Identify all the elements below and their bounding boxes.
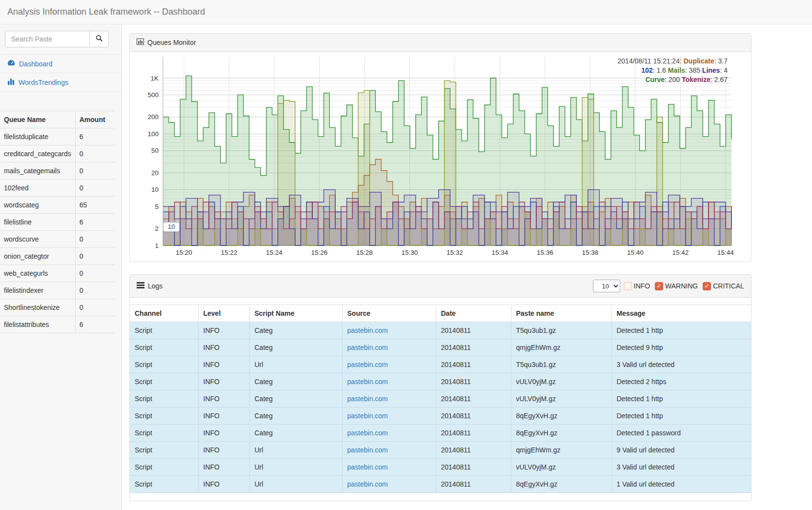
queue-row: Shortlinestokenize0 xyxy=(0,299,115,316)
logs-panel: Logs 10 ✓INFO✓WARNING✓CRITICAL ChannelLe… xyxy=(129,274,751,501)
sidebar-item-dashboard[interactable]: Dashboard xyxy=(0,55,122,73)
log-cell: qmjgEhWm.gz xyxy=(511,442,611,459)
log-cell: Script xyxy=(130,356,198,373)
log-cell: 3 Valid url detected xyxy=(611,459,751,476)
log-cell: Categ xyxy=(249,390,342,408)
log-cell: INFO xyxy=(198,459,249,476)
log-cell: INFO xyxy=(198,339,249,356)
queue-cell: filelistattributes xyxy=(0,316,75,333)
sidebar-item-label: Dashboard xyxy=(19,60,53,68)
source-link[interactable]: pastebin.com xyxy=(347,361,388,368)
page: Analysis Information Leak framework -- D… xyxy=(0,0,812,510)
sidebar-item-label: WordsTrendings xyxy=(19,79,68,86)
log-cell: Url xyxy=(249,442,342,459)
log-cell: INFO xyxy=(198,322,249,339)
log-cell: Script xyxy=(130,408,198,425)
search-input[interactable] xyxy=(5,31,89,47)
log-cell: Categ xyxy=(249,425,342,442)
queue-cell: filelistline xyxy=(0,214,75,231)
queue-cell: filelistindexer xyxy=(0,282,75,299)
svg-text:5: 5 xyxy=(155,203,159,210)
list-icon xyxy=(137,282,144,290)
svg-text:15:34: 15:34 xyxy=(492,249,508,256)
log-cell: qmjgEhWm.gz xyxy=(511,339,611,356)
queue-cell: 6 xyxy=(75,128,115,145)
bar-chart-icon xyxy=(7,78,15,86)
source-link[interactable]: pastebin.com xyxy=(347,429,388,437)
log-cell: INFO xyxy=(198,373,249,390)
log-row: ScriptINFOCategpastebin.com20140811vULV0… xyxy=(130,373,751,390)
filter-info[interactable]: ✓INFO xyxy=(624,282,650,290)
filter-critical[interactable]: ✓CRITICAL xyxy=(703,282,744,290)
queue-table-header-name: Queue Name xyxy=(0,111,75,128)
log-cell: 20140811 xyxy=(436,476,511,493)
filter-label: INFO xyxy=(634,282,650,290)
queue-cell: 0 xyxy=(75,231,115,248)
log-cell: 20140811 xyxy=(436,339,511,356)
log-cell: INFO xyxy=(198,425,249,442)
checked-checkbox-icon[interactable]: ✓ xyxy=(703,282,711,290)
log-cell: pastebin.com xyxy=(342,408,436,425)
queues-monitor-panel: Queues Monitor 15:2015:2215:2415:2615:28… xyxy=(129,33,751,262)
sidebar: Dashboard WordsTrendings Queue Name Amou… xyxy=(0,24,122,510)
log-cell: pastebin.com xyxy=(342,459,436,476)
source-link[interactable]: pastebin.com xyxy=(347,378,388,386)
dashboard-gauge-icon xyxy=(7,60,15,68)
source-link[interactable]: pastebin.com xyxy=(347,326,388,334)
svg-text:15:30: 15:30 xyxy=(402,249,418,256)
log-cell: 20140811 xyxy=(436,322,511,339)
sidebar-nav: Dashboard WordsTrendings xyxy=(0,54,122,92)
queue-row: mails_categemails0 xyxy=(0,163,115,180)
log-cell: vULV0yjM.gz xyxy=(511,373,611,390)
panel-title-text: Logs xyxy=(148,282,162,290)
queue-row: wordscurve0 xyxy=(0,231,115,248)
logs-table: ChannelLevelScript NameSourceDatePaste n… xyxy=(130,305,751,493)
source-link[interactable]: pastebin.com xyxy=(347,463,388,471)
search-group xyxy=(5,31,109,47)
log-cell: Script xyxy=(130,390,198,408)
log-cell: 20140811 xyxy=(436,425,511,442)
log-row: ScriptINFOCategpastebin.com201408118qEgy… xyxy=(130,408,751,425)
sidebar-item-wordstrendings[interactable]: WordsTrendings xyxy=(0,73,122,92)
queue-cell: onion_categtor xyxy=(0,248,75,265)
log-row: ScriptINFOCategpastebin.com201408118qEgy… xyxy=(130,425,751,442)
svg-text:15:36: 15:36 xyxy=(537,249,553,256)
log-cell: 9 Valid url detected xyxy=(611,442,751,459)
queue-cell: wordscateg xyxy=(0,197,75,214)
log-cell: T5qu3ub1.gz xyxy=(511,356,611,373)
queues-chart[interactable]: 15:2015:2215:2415:2615:2815:3015:3215:34… xyxy=(130,52,751,262)
page-size-select[interactable]: 10 xyxy=(593,280,620,292)
source-link[interactable]: pastebin.com xyxy=(347,412,388,420)
source-link[interactable]: pastebin.com xyxy=(347,395,388,403)
log-cell: 20140811 xyxy=(436,356,511,373)
queue-cell: 0 xyxy=(75,145,115,163)
log-row: ScriptINFOCategpastebin.com20140811T5qu3… xyxy=(130,322,751,339)
queue-row: onion_categtor0 xyxy=(0,248,115,265)
log-cell: Categ xyxy=(249,373,342,390)
log-cell: 20140811 xyxy=(436,390,511,408)
log-cell: 8qEgyXvH.gz xyxy=(511,476,611,493)
checked-checkbox-icon[interactable]: ✓ xyxy=(655,282,663,290)
log-row: ScriptINFOUrlpastebin.com201408118qEgyXv… xyxy=(130,476,751,493)
svg-text:1: 1 xyxy=(155,242,159,249)
source-link[interactable]: pastebin.com xyxy=(347,446,388,454)
source-link[interactable]: pastebin.com xyxy=(347,344,388,351)
log-cell: Script xyxy=(130,322,198,339)
log-row: ScriptINFOCategpastebin.com20140811qmjgE… xyxy=(130,339,751,356)
svg-text:50: 50 xyxy=(151,147,159,154)
svg-text:2: 2 xyxy=(155,225,159,232)
queue-cell: 65 xyxy=(75,197,115,214)
queue-cell: 0 xyxy=(75,163,115,180)
log-cell: pastebin.com xyxy=(342,356,436,373)
log-cell: 8qEgyXvH.gz xyxy=(511,408,611,425)
source-link[interactable]: pastebin.com xyxy=(347,480,388,488)
filter-warning[interactable]: ✓WARNING xyxy=(655,282,698,290)
unchecked-checkbox-icon[interactable]: ✓ xyxy=(624,282,632,290)
search-button[interactable] xyxy=(89,31,109,47)
svg-text:10: 10 xyxy=(151,186,159,193)
svg-text:15:20: 15:20 xyxy=(176,249,192,256)
queue-cell: 0 xyxy=(75,265,115,282)
svg-text:1K: 1K xyxy=(150,75,159,82)
log-cell: Url xyxy=(249,356,342,373)
log-cell: INFO xyxy=(198,408,249,425)
